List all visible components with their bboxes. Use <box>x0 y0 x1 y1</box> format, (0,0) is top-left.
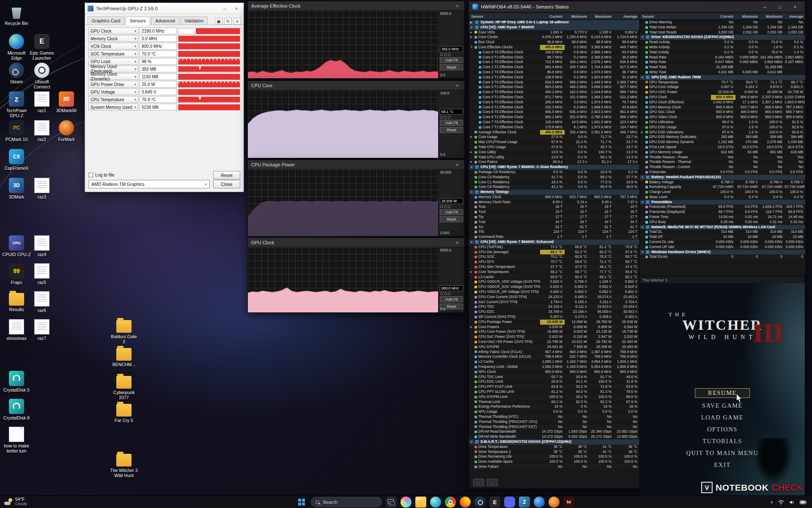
desktop-icon-far-cry-5[interactable]: Far Cry 5 <box>109 402 139 423</box>
sensor-row[interactable]: Core 1 T1 Effective Clock691.4 MHz209.7 … <box>469 65 639 70</box>
gpuz-sensor-select[interactable]: GPU Load▾ <box>88 58 138 65</box>
sensor-row[interactable]: Core C1 Residency16.3 %0.0 %77.5 %16.8 % <box>469 180 639 185</box>
close-icon[interactable]: × <box>453 240 461 245</box>
sensor-row[interactable]: CPU Die (average)68.1 °C62.3 °C82.3 °C67… <box>469 250 639 255</box>
sensor-row[interactable]: GPU SoC Clock600.0 MHz400.0 MHz900.0 MHz… <box>640 110 805 115</box>
gpuz-sensor-select[interactable]: CPU Temperature▾ <box>88 96 138 103</box>
sensor-row[interactable]: GPU ASIC Power25.000 W9.000 W26.000 W24.… <box>640 90 805 95</box>
taskbar-icon-copilot[interactable] <box>401 497 411 508</box>
sensor-section-header[interactable]: ▼CPU [#0]: AMD Ryzen 7 8840HS: C-State R… <box>469 165 639 170</box>
sensor-row[interactable]: Thermal Throttling (PROCHOT EXT)NoNoNoNo <box>469 425 639 430</box>
sensor-row[interactable]: Write Total6,611 MB6,555 MB6,611 MB <box>640 70 805 75</box>
sensor-row[interactable]: GPU D3D Usage97.6 %1.5 %100.0 %92.9 % <box>640 125 805 130</box>
sensor-nav-button-left[interactable]: ↔ <box>473 479 484 486</box>
sensor-row[interactable]: Drive Available Spare100.0 %100.0 %100.0… <box>469 459 639 464</box>
sensor-section-header[interactable]: ▼GPU [#0]: AMD Radeon 780M <box>640 75 805 80</box>
close-icon[interactable]: × <box>232 5 241 12</box>
sensor-section-header[interactable]: ▼Windows Hardware Errors (WHEA) <box>640 250 805 255</box>
sensor-row[interactable]: GPU Memory Usage622 MB93 MB691 MB619 MB <box>640 150 805 155</box>
taskbar-icon-firefox[interactable] <box>460 497 471 508</box>
sensor-row[interactable]: CPU TDC24.316 A8.111 A24.813 A23.444 A <box>469 304 639 309</box>
sensor-section-header[interactable]: ▼Network: MediaTek Wi-Fi 6E MT7922 (RZ61… <box>640 225 805 230</box>
sensor-row[interactable]: Infinity Fabric Clock (FCLK)807.4 MHz660… <box>469 350 639 355</box>
sensor-row[interactable]: PCIe Link Speed16.0 GT/s16.0 GT/s16.0 GT… <box>640 145 805 150</box>
sensor-row[interactable]: Current DL rate0.000 KB/s0.000 KB/s0.000… <box>640 240 805 245</box>
minimize-icon[interactable]: – <box>220 5 229 12</box>
sensor-row[interactable]: Bus Clock99.8 MHz99.8 MHz99.8 MHz99.8 MH… <box>469 40 639 45</box>
sensor-row[interactable]: Core 7 T0 Effective Clock128.4 MHz14.5 M… <box>469 120 639 125</box>
graph-titlebar[interactable]: CPU Package Power× <box>248 160 464 169</box>
sensor-row[interactable]: Write Rate0.047 MB/s0.000 MB/s2.859 MB/s… <box>640 60 805 65</box>
taskbar-icon-edge[interactable] <box>430 497 441 508</box>
sensor-row[interactable]: ▶Core Powers0.528 W0.009 W8.809 W0.594 W <box>469 325 639 330</box>
sensor-row[interactable]: Energy Performance Preference19 %0 %19 %… <box>469 404 639 409</box>
sensor-row[interactable]: Total CPU Usage27.8 %7.0 %40.7 %23.7 % <box>469 145 639 150</box>
sensor-row[interactable]: CPU PPT SLOW Limit81.2 %44.0 %81.3 %79.5… <box>469 389 639 395</box>
sensor-row[interactable]: Memory Clock800.0 MHz533.7 MHz800.0 MHz7… <box>469 195 639 200</box>
sensor-section-header[interactable]: ▼PresentMon <box>640 200 805 205</box>
sensor-row[interactable]: Throttle Reason - PowerYesNoYesYes <box>640 155 805 160</box>
taskbar-icon-epic-games[interactable] <box>489 497 500 508</box>
sensor-row[interactable]: SoC Current (SVI3 TFN)2.794 A0.165 A3.15… <box>469 300 639 305</box>
sensor-row[interactable]: Max CPU/Thread Usage57.9 %22.4 %71.7 %23… <box>469 140 639 145</box>
desktop-icon-crystaldisk-5[interactable]: CrystalDisk 5 <box>2 371 31 392</box>
sensor-row[interactable]: Core 3 T1 Effective Clock863.2 MHz465.2 … <box>469 85 639 90</box>
desktop-icon-raz6[interactable]: raz6 <box>27 291 57 313</box>
menu-item-tutorials[interactable]: TUTORIALS <box>698 437 746 445</box>
sensor-nav-button-right[interactable]: ↔ <box>487 479 498 486</box>
sensor-row[interactable]: Charge Level100.0 %100.0 %100.0 %100.0 % <box>640 190 805 195</box>
gpuz-reset-button[interactable]: Reset <box>213 171 240 179</box>
sensor-row[interactable]: Core+SoC+SR Power (SVI3 TFN)22.795 W10.5… <box>469 340 639 345</box>
volume-icon[interactable] <box>789 500 795 505</box>
sensor-row[interactable]: CPU VDDCR_SOC Voltage (SVI3 TFN)0.932 V0… <box>469 284 639 290</box>
sensor-section-header[interactable]: ▼Memory Timings <box>469 190 639 195</box>
sensor-row[interactable]: GPU Clock800.0 MHz800.0 MHz2,337.0 MHz2,… <box>640 95 805 100</box>
sensor-row[interactable]: Drive Remaining Life100.0 %100.0 %100.0 … <box>469 454 639 459</box>
sensor-row[interactable]: Write Activity0.2 %0.0 %1.8 %0.1 % <box>640 45 805 50</box>
sensor-row[interactable]: Core 4 T1 Effective Clock671.7 MHz101.0 … <box>469 95 639 100</box>
gpuz-sensor-select[interactable]: GPU Voltage▾ <box>88 88 138 95</box>
graph-series-checkbox[interactable] <box>448 205 450 208</box>
desktop-icon-benchm-[interactable]: BENCHM... <box>109 346 139 367</box>
sensor-row[interactable]: ▼Core Effective Clocks455.0 MHz0.2 MHz3,… <box>469 45 639 50</box>
desktop-icon-furmark[interactable]: FurMark <box>52 120 81 142</box>
sensor-row[interactable]: Framerate (Displayed)68.7 FPS0.0 FPS119.… <box>640 210 805 215</box>
graph-titlebar[interactable]: Average Effective Clock× <box>248 1 464 11</box>
desktop-icon-raz7[interactable]: raz7 <box>27 319 57 341</box>
sensor-row[interactable]: CPU VDDCR_SR Voltage (SVI3 TFN)0.650 V0.… <box>469 290 639 295</box>
sensor-row[interactable]: Drive WarningNoNoNoNo <box>640 20 805 25</box>
desktop-icon-raz5[interactable]: raz5 <box>27 263 57 285</box>
sensor-row[interactable]: Drive FailureNoNoNoNo <box>469 464 639 469</box>
search-input[interactable]: Search <box>311 497 382 507</box>
taskbar-icon-gpu-z[interactable] <box>519 497 530 508</box>
desktop-icon-cyberpunk-2077[interactable]: Cyberpunk 2077 <box>109 374 139 400</box>
sensor-row[interactable]: DRAM Read Bandwidth24.372 Gbps1.593 Gbps… <box>469 429 639 434</box>
graph-series-checkbox[interactable] <box>440 293 443 295</box>
sensor-row[interactable]: CPU PPT FAST Limit64.8 %30.2 %71.8 %63.8… <box>469 384 639 389</box>
refresh-icon[interactable]: ↻ <box>224 18 232 25</box>
desktop-icon-raz4[interactable]: raz4 <box>27 235 57 257</box>
menu-item-quit-to-main-menu[interactable]: QUIT TO MAIN MENU <box>682 449 763 457</box>
desktop-icon-recycle-bin[interactable]: Recycle Bin <box>2 4 31 26</box>
sensor-row[interactable]: Thermal Limit68.1 %62.3 %82.3 %67.9 % <box>469 400 639 405</box>
desktop-icon-epic-games-launcher[interactable]: Epic Games Launcher <box>27 34 57 61</box>
sensor-row[interactable]: Tras34 T34 T34 T34 T <box>469 220 639 225</box>
sensor-row[interactable]: Core 0 T1 Effective Clock88.7 MHz0.2 MHz… <box>469 55 639 60</box>
close-icon[interactable]: × <box>789 2 801 11</box>
sensor-row[interactable]: Tcas19 T19 T19 T19 T <box>469 204 639 210</box>
taskbar-icon-witcher-3[interactable] <box>563 497 574 508</box>
sensor-row[interactable]: Total DL314 MB314 MB314 MB314 MB <box>640 229 805 235</box>
sensor-row[interactable]: Frequency Limit - Global1,592.0 MHz1,426… <box>469 364 639 370</box>
maximize-icon[interactable]: □ <box>774 2 786 11</box>
sensor-row[interactable]: ▶Core Temperatures66.2 °C58.7 °C77.7 °C6… <box>469 270 639 275</box>
desktop-icon-capframex[interactable]: CapFrameX <box>2 149 31 171</box>
sensor-row[interactable]: Core 2 T1 Effective Clock138.6 MHz0.2 MH… <box>469 75 639 80</box>
sensor-row[interactable]: ▶Core VIDs1.091 V0.770 V1.335 V0.852 V <box>469 30 639 35</box>
menu-item-exit[interactable]: EXIT <box>710 461 735 469</box>
sensor-row[interactable]: GPU Core Voltage0.807 V0.201 V0.874 V0.8… <box>640 85 805 90</box>
graph-series-checkbox[interactable] <box>440 205 443 208</box>
taskbar-icon-steam[interactable] <box>475 497 486 508</box>
tab-advanced[interactable]: Advanced <box>151 17 179 25</box>
sensor-row[interactable]: Total CPU Utility13.5 %5.4 %56.1 %13.3 % <box>469 155 639 160</box>
sensor-row[interactable]: Framerate0.0 FPS0.0 FPS0.0 FPS0.0 FPS <box>640 170 805 175</box>
